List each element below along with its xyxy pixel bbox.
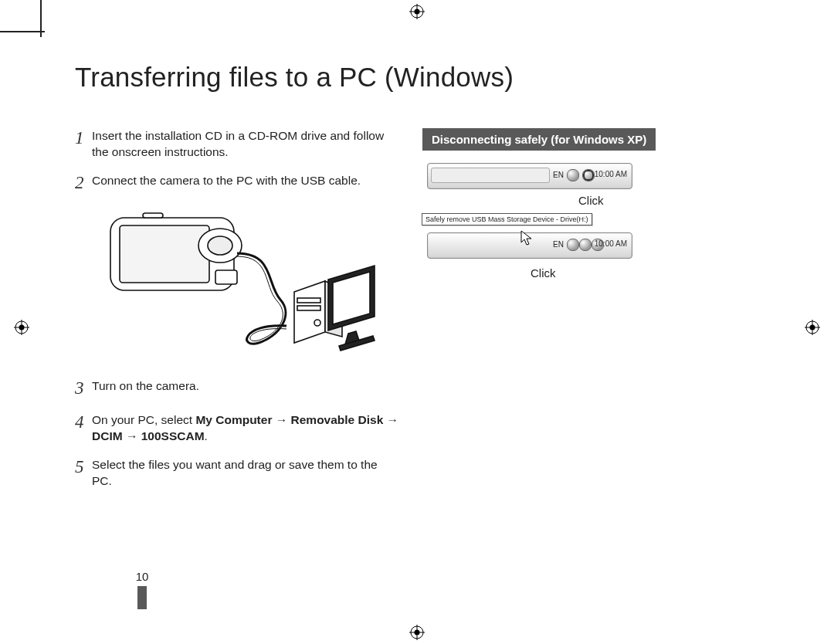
page-content: Transferring files to a PC (Windows) 1 I… [75,62,785,502]
sidebar-heading: Disconnecting safely (for Windows XP) [422,128,656,151]
step-3: 3 Turn on the camera. [75,378,399,400]
svg-rect-21 [143,213,163,218]
step-5: 5 Select the files you want and drag or … [75,457,399,490]
taskbar-illustration-2: Safely remove USB Mass Storage Device - … [427,232,632,259]
registration-mark-top [409,4,425,19]
safely-remove-tooltip: Safely remove USB Mass Storage Device - … [422,213,592,225]
safely-remove-icon [582,169,595,181]
step-number: 2 [75,171,92,195]
step-number: 3 [75,376,92,400]
page-number: 10 [130,570,154,583]
page-number-block: 10 [130,570,154,609]
page-title: Transferring files to a PC (Windows) [75,62,785,93]
crop-mark-v [40,0,42,37]
step-text: Insert the installation CD in a CD-ROM d… [92,128,399,161]
taskbar-clock: 10:00 AM [595,239,627,248]
step-2: 2 Connect the camera to the PC with the … [75,173,399,195]
taskbar-illustration-1: EN 10:00 AM [427,163,632,189]
camera-to-pc-illustration [97,207,399,364]
lang-indicator: EN [553,171,564,179]
sidebar-column: Disconnecting safely (for Windows XP) EN… [422,128,747,502]
steps-column: 1 Insert the installation CD in a CD-ROM… [75,128,399,502]
svg-point-24 [314,320,320,326]
click-label-2: Click [531,266,747,280]
svg-rect-22 [297,298,320,303]
step-4: 4 On your PC, select My Computer → Remov… [75,412,399,445]
step-text: Connect the camera to the PC with the US… [92,173,361,195]
step-text: On your PC, select My Computer → Removab… [92,412,399,445]
svg-point-19 [208,236,232,255]
step-text: Select the files you want and drag or sa… [92,457,399,490]
step-number: 1 [75,126,92,161]
step-1: 1 Insert the installation CD in a CD-ROM… [75,128,399,161]
registration-mark-left [14,320,29,335]
svg-rect-17 [120,225,209,283]
tray-icon [567,169,579,181]
step-number: 4 [75,410,92,445]
tray-icon [579,239,592,251]
svg-rect-23 [297,306,320,310]
page-number-bar [137,586,147,609]
step-number: 5 [75,455,92,490]
click-label-1: Click [578,194,747,207]
svg-rect-20 [215,270,237,284]
taskbar-clock: 10:00 AM [595,170,627,178]
tray-icon [567,239,579,251]
registration-mark-right [805,320,820,335]
registration-mark-bottom [409,625,425,640]
lang-indicator: EN [553,240,564,249]
cursor-icon [520,230,533,249]
step-text: Turn on the camera. [92,378,199,400]
crop-mark-h [0,31,45,32]
